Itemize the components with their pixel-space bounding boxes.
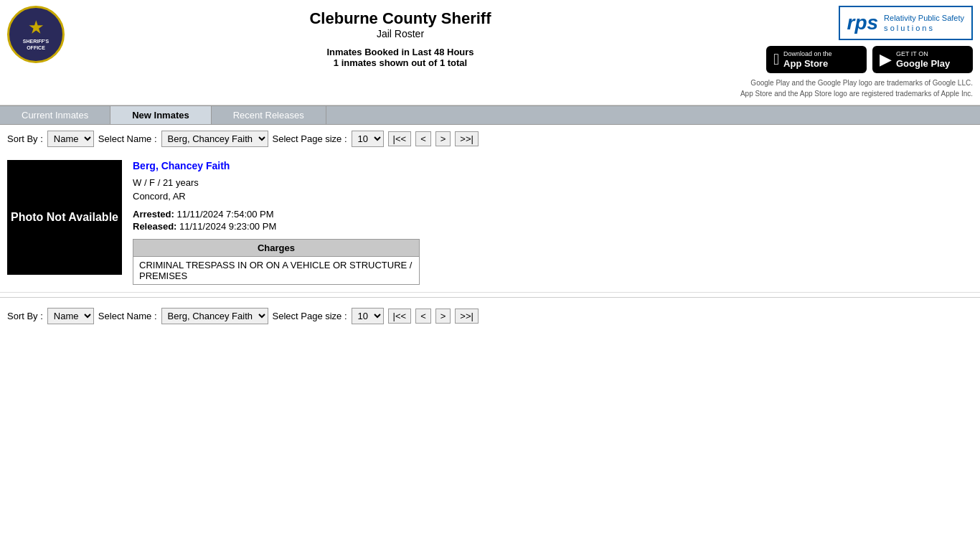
photo-not-available-text: Photo Not Available: [11, 211, 118, 224]
nav-last-top[interactable]: >>|: [455, 131, 479, 146]
page-size-select-bottom[interactable]: 10: [352, 308, 384, 324]
rps-logo: rps Relativity Public Safety s o l u t i…: [839, 6, 973, 40]
inmate-record: Photo Not Available Berg, Chancey Faith …: [0, 153, 980, 293]
nav-first-top[interactable]: |<<: [388, 131, 412, 146]
nav-next-top[interactable]: >: [435, 131, 451, 146]
badge-content: ★ SHERIFF'SOFFICE: [23, 18, 49, 52]
name-label-bottom: Select Name :: [98, 311, 157, 321]
sort-select-top[interactable]: Name: [47, 131, 94, 147]
inmate-name[interactable]: Berg, Chancey Faith: [133, 160, 973, 171]
controls-bottom: Sort By : Name Select Name : Berg, Chanc…: [0, 302, 980, 330]
page-header: ★ SHERIFF'SOFFICE Cleburne County Sherif…: [0, 0, 980, 105]
nav-next-bottom[interactable]: >: [435, 309, 451, 324]
inmates-heading: Inmates Booked in Last 48 Hours: [65, 47, 736, 57]
rps-short-name: rps: [847, 11, 879, 34]
name-select-bottom[interactable]: Berg, Chancey Faith: [161, 308, 268, 324]
released-date: 11/11/2024 9:23:00 PM: [179, 221, 276, 232]
sort-label-bottom: Sort By :: [7, 311, 43, 321]
name-select-top[interactable]: Berg, Chancey Faith: [161, 131, 268, 147]
nav-first-bottom[interactable]: |<<: [388, 309, 412, 324]
header-info: Inmates Booked in Last 48 Hours 1 inmate…: [65, 47, 736, 68]
page-size-select-top[interactable]: 10: [352, 131, 384, 147]
inmates-count: 1 inmates shown out of 1 total: [65, 57, 736, 68]
inmate-location: Concord, AR: [133, 191, 973, 202]
charges-header: Charges: [133, 240, 420, 257]
google-play-icon: ▶: [880, 50, 892, 69]
navigation-tabs: Current Inmates New Inmates Recent Relea…: [0, 105, 980, 125]
inmate-photo: Photo Not Available: [7, 160, 122, 275]
nav-last-bottom[interactable]: >>|: [455, 309, 479, 324]
app-buttons-row:  Download on the App Store ▶ GET IT ON …: [766, 46, 973, 73]
app-store-text: Download on the App Store: [783, 50, 832, 69]
header-title-section: Cleburne County Sheriff Jail Roster Inma…: [65, 6, 736, 68]
released-row: Released: 11/11/2024 9:23:00 PM: [133, 221, 973, 232]
trademark-text: Google Play and the Google Play logo are…: [740, 77, 973, 99]
arrested-row: Arrested: 11/11/2024 7:54:00 PM: [133, 209, 973, 220]
badge-star-icon: ★: [23, 18, 49, 39]
separator: [0, 297, 980, 298]
inmate-dates: Arrested: 11/11/2024 7:54:00 PM Released…: [133, 209, 973, 232]
arrested-label: Arrested:: [133, 209, 174, 220]
tab-recent-releases[interactable]: Recent Releases: [212, 106, 326, 124]
app-store-button[interactable]:  Download on the App Store: [766, 46, 867, 73]
sheriff-badge: ★ SHERIFF'SOFFICE: [7, 6, 65, 63]
google-play-text: GET IT ON Google Play: [896, 50, 950, 69]
roster-subtitle: Jail Roster: [65, 28, 736, 39]
released-label: Released:: [133, 221, 176, 232]
charges-table: Charges CRIMINAL TRESPASS IN OR ON A VEH…: [133, 239, 420, 285]
rps-full-name: Relativity Public Safety s o l u t i o n…: [884, 13, 964, 34]
agency-name: Cleburne County Sheriff: [65, 9, 736, 28]
controls-top: Sort By : Name Select Name : Berg, Chanc…: [0, 125, 980, 153]
sort-select-bottom[interactable]: Name: [47, 308, 94, 324]
page-size-label-top: Select Page size :: [273, 133, 347, 144]
nav-prev-bottom[interactable]: <: [415, 309, 431, 324]
name-label-top: Select Name :: [98, 133, 157, 144]
page-size-label-bottom: Select Page size :: [273, 311, 347, 321]
tab-current-inmates[interactable]: Current Inmates: [0, 106, 110, 124]
badge-text: SHERIFF'SOFFICE: [23, 39, 49, 50]
apple-icon: : [773, 50, 779, 69]
sort-label-top: Sort By :: [7, 133, 43, 144]
tab-new-inmates[interactable]: New Inmates: [110, 106, 211, 124]
nav-prev-top[interactable]: <: [415, 131, 431, 146]
arrested-date: 11/11/2024 7:54:00 PM: [176, 209, 273, 220]
inmate-demographics: W / F / 21 years: [133, 177, 973, 188]
charge-item: CRIMINAL TRESPASS IN OR ON A VEHICLE OR …: [133, 257, 420, 285]
inmate-details: Berg, Chancey Faith W / F / 21 years Con…: [133, 160, 973, 285]
header-right: rps Relativity Public Safety s o l u t i…: [736, 6, 973, 99]
google-play-button[interactable]: ▶ GET IT ON Google Play: [872, 46, 973, 73]
